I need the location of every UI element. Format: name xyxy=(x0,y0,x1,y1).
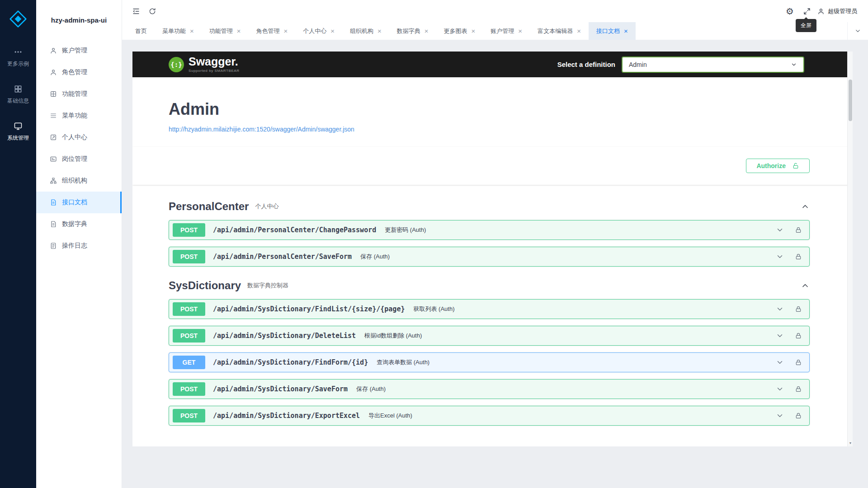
tab-8[interactable]: 账户管理× xyxy=(483,22,530,40)
api-section-header[interactable]: SysDictionary数据字典控制器 xyxy=(169,279,810,292)
app-title: hzy-admin-spa-ui xyxy=(36,0,122,40)
chevron-down-icon xyxy=(854,28,861,34)
auth-lock-icon[interactable] xyxy=(795,332,802,339)
close-tab-icon[interactable]: × xyxy=(330,28,335,34)
tab-1[interactable]: 菜单功能× xyxy=(155,22,202,40)
expand-operation-icon[interactable] xyxy=(776,332,784,340)
close-tab-icon[interactable]: × xyxy=(284,28,288,34)
user-menu[interactable]: 超级管理员 xyxy=(816,7,858,15)
collapse-section-icon[interactable] xyxy=(801,281,810,290)
tab-label: 账户管理 xyxy=(491,27,514,35)
tab-10[interactable]: 接口文档× xyxy=(589,22,636,40)
sidebar-item-menus[interactable]: 菜单功能 xyxy=(36,105,122,127)
sidebar-item-label: 组织机构 xyxy=(62,177,87,185)
sidebar-item-api-docs[interactable]: 接口文档 xyxy=(36,192,122,213)
operation-actions xyxy=(776,253,802,261)
rail-item-base-info[interactable]: 基础信息 xyxy=(7,77,29,112)
api-info: Admin http://hzyadmin.milaizhijie.com:15… xyxy=(132,77,853,133)
http-method-badge: POST xyxy=(173,409,205,422)
sidebar-item-label: 操作日志 xyxy=(62,242,87,250)
auth-lock-icon[interactable] xyxy=(795,253,802,260)
auth-lock-icon[interactable] xyxy=(795,226,802,234)
sidebar-item-posts[interactable]: 岗位管理 xyxy=(36,148,122,170)
collapse-section-icon[interactable] xyxy=(801,202,810,211)
sidebar-item-label: 角色管理 xyxy=(62,68,87,76)
api-section-title: SysDictionary xyxy=(169,279,241,292)
sidebar-item-logs[interactable]: 操作日志 xyxy=(36,235,122,257)
api-operation-row[interactable]: POST/api/admin/SysDictionary/ExportExcel… xyxy=(169,406,810,426)
sidebar-item-dict[interactable]: 数据字典 xyxy=(36,213,122,235)
swagger-logo[interactable]: {:} Swagger. Supported by SMARTBEAR xyxy=(169,56,240,73)
tab-label: 菜单功能 xyxy=(162,27,186,35)
fullscreen-icon[interactable] xyxy=(799,4,815,19)
tab-9[interactable]: 富文本编辑器× xyxy=(530,22,589,40)
tabbar: 首页菜单功能×功能管理×角色管理×个人中心×组织机构×数据字典×更多图表×账户管… xyxy=(122,22,868,40)
api-operation-row[interactable]: POST/api/admin/PersonalCenter/ChangePass… xyxy=(169,220,810,240)
close-tab-icon[interactable]: × xyxy=(237,28,241,34)
close-tab-icon[interactable]: × xyxy=(472,28,476,34)
expand-operation-icon[interactable] xyxy=(776,226,784,234)
tab-label: 接口文档 xyxy=(596,27,620,35)
auth-lock-icon[interactable] xyxy=(795,305,802,313)
close-tab-icon[interactable]: × xyxy=(425,28,429,34)
rail-item-more-examples[interactable]: 更多示例 xyxy=(7,40,29,75)
collapse-sidebar-icon[interactable] xyxy=(128,4,144,19)
tab-3[interactable]: 角色管理× xyxy=(249,22,296,40)
tab-6[interactable]: 数据字典× xyxy=(389,22,436,40)
api-path: /api/admin/SysDictionary/ExportExcel xyxy=(213,412,360,420)
sidebar-item-personal[interactable]: 个人中心 xyxy=(36,127,122,148)
close-tab-icon[interactable]: × xyxy=(190,28,194,34)
expand-operation-icon[interactable] xyxy=(776,305,784,313)
close-tab-icon[interactable]: × xyxy=(377,28,382,34)
tab-7[interactable]: 更多图表× xyxy=(436,22,483,40)
api-section-header[interactable]: PersonalCenter个人中心 xyxy=(169,200,810,213)
sidebar-item-functions[interactable]: 功能管理 xyxy=(36,83,122,105)
api-operation-row[interactable]: POST/api/admin/SysDictionary/DeleteList根… xyxy=(169,326,810,346)
close-tab-icon[interactable]: × xyxy=(577,28,581,34)
close-tab-icon[interactable]: × xyxy=(624,28,628,34)
tab-4[interactable]: 个人中心× xyxy=(295,22,342,40)
settings-gear-icon[interactable]: ⚙ xyxy=(782,4,797,19)
chevron-down-icon xyxy=(791,61,797,68)
refresh-icon[interactable] xyxy=(145,4,160,19)
rail-item-label: 基础信息 xyxy=(7,97,29,105)
http-method-badge: POST xyxy=(173,223,205,237)
tab-list-dropdown[interactable] xyxy=(847,22,868,40)
api-section-description: 数据字典控制器 xyxy=(247,282,288,290)
authorize-button[interactable]: Authorize xyxy=(746,159,810,173)
auth-lock-icon[interactable] xyxy=(795,385,802,393)
sidebar-item-accounts[interactable]: 账户管理 xyxy=(36,40,122,61)
spec-url-link[interactable]: http://hzyadmin.milaizhijie.com:1520/swa… xyxy=(169,126,354,133)
tab-2[interactable]: 功能管理× xyxy=(202,22,249,40)
scrollbar-down-arrow[interactable]: ▼ xyxy=(848,440,853,446)
expand-operation-icon[interactable] xyxy=(776,358,784,366)
api-operation-row[interactable]: POST/api/admin/SysDictionary/SaveForm保存 … xyxy=(169,379,810,399)
auth-lock-icon[interactable] xyxy=(795,412,802,419)
tab-0[interactable]: 首页 xyxy=(127,22,155,40)
api-operation-row[interactable]: POST/api/admin/PersonalCenter/SaveForm保存… xyxy=(169,247,810,267)
definition-select[interactable]: Admin xyxy=(622,56,804,73)
api-operation-row[interactable]: POST/api/admin/SysDictionary/FindList/{s… xyxy=(169,299,810,319)
http-method-badge: POST xyxy=(173,382,205,396)
expand-operation-icon[interactable] xyxy=(776,412,784,420)
rail-item-system-admin[interactable]: 系统管理 xyxy=(7,114,29,149)
log-icon xyxy=(50,242,57,249)
tab-label: 富文本编辑器 xyxy=(538,27,573,35)
api-section: PersonalCenter个人中心POST/api/admin/Persona… xyxy=(169,200,810,267)
expand-operation-icon[interactable] xyxy=(776,385,784,393)
expand-operation-icon[interactable] xyxy=(776,253,784,261)
tab-label: 角色管理 xyxy=(256,27,280,35)
sidebar-item-label: 菜单功能 xyxy=(62,112,87,120)
scrollbar-thumb[interactable] xyxy=(849,80,852,121)
api-operation-row[interactable]: GET/api/admin/SysDictionary/FindForm/{id… xyxy=(169,352,810,372)
sidebar-item-roles[interactable]: 角色管理 xyxy=(36,61,122,83)
http-method-badge: POST xyxy=(173,250,205,263)
tab-5[interactable]: 组织机构× xyxy=(342,22,389,40)
grid-icon xyxy=(50,90,57,98)
auth-lock-icon[interactable] xyxy=(795,359,802,366)
sidebar-item-org[interactable]: 组织机构 xyxy=(36,170,122,192)
tab-label: 数据字典 xyxy=(397,27,420,35)
close-tab-icon[interactable]: × xyxy=(518,28,522,34)
swagger-scrollbar[interactable]: ▼ xyxy=(847,52,853,446)
app-logo[interactable] xyxy=(0,0,36,38)
